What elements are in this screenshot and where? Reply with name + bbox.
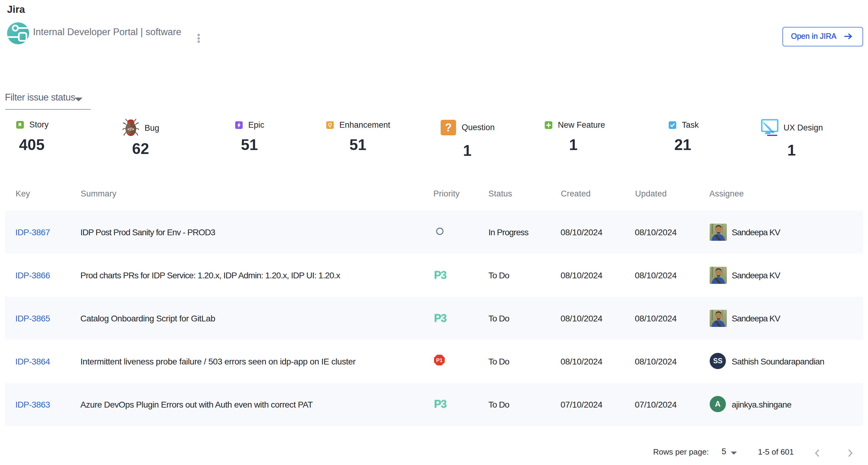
svg-text:P1: P1 [436, 358, 442, 363]
svg-text:</>: </> [127, 126, 134, 131]
svg-text:?: ? [445, 121, 452, 134]
